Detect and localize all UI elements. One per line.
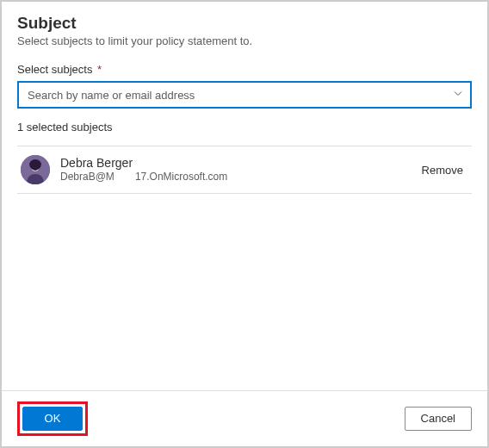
select-subjects-label: Select subjects * xyxy=(17,63,472,76)
selected-list: Debra Berger DebraB@M17.OnMicrosoft.com … xyxy=(17,146,472,194)
page-title: Subject xyxy=(17,14,472,33)
search-combobox[interactable] xyxy=(17,81,472,109)
page-subtitle: Select subjects to limit your policy sta… xyxy=(17,34,472,47)
list-item-text: Debra Berger DebraB@M17.OnMicrosoft.com xyxy=(60,155,406,184)
list-item-name: Debra Berger xyxy=(60,155,406,171)
ok-button[interactable]: OK xyxy=(22,407,83,431)
list-item: Debra Berger DebraB@M17.OnMicrosoft.com … xyxy=(17,146,472,194)
email-part2: 17.OnMicrosoft.com xyxy=(135,171,227,183)
selected-count: 1 selected subjects xyxy=(17,121,472,134)
field-label-text: Select subjects xyxy=(17,63,92,76)
required-asterisk: * xyxy=(97,63,102,76)
avatar xyxy=(21,155,50,184)
email-part1: DebraB@M xyxy=(60,171,115,183)
remove-button[interactable]: Remove xyxy=(417,160,468,180)
dialog-footer: OK Cancel xyxy=(2,390,487,446)
ok-highlight: OK xyxy=(17,401,88,436)
list-item-email: DebraB@M17.OnMicrosoft.com xyxy=(60,171,406,184)
cancel-button[interactable]: Cancel xyxy=(405,407,472,431)
search-input[interactable] xyxy=(17,81,472,109)
